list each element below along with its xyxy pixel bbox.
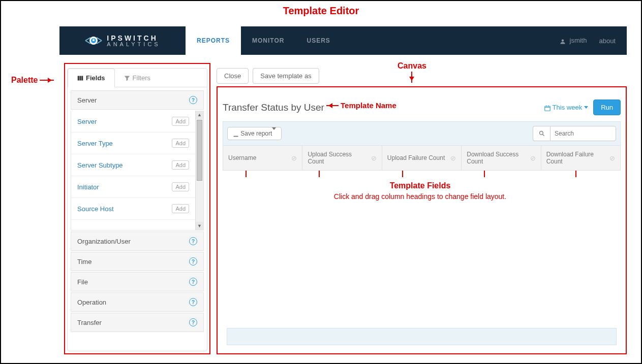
brand-line2: ANALYTICS (107, 42, 160, 47)
help-icon[interactable]: ? (189, 96, 197, 104)
column-header[interactable]: Upload Failure Count⊘ (382, 146, 462, 170)
remove-column-icon[interactable]: ⊘ (371, 154, 377, 162)
caret-down-icon (584, 106, 588, 111)
palette-item: Server TypeAdd (71, 133, 195, 154)
download-icon (233, 130, 240, 137)
palette-section-transfer[interactable]: Transfer? (71, 313, 204, 332)
svg-rect-6 (544, 106, 550, 111)
svg-rect-9 (548, 105, 549, 106)
column-header[interactable]: Download Success Count⊘ (462, 146, 541, 170)
palette-item: ServerAdd (71, 111, 195, 133)
search-button[interactable] (533, 126, 550, 141)
caret-down-icon (272, 127, 276, 139)
svg-rect-4 (80, 76, 81, 81)
tab-filters[interactable]: Filters (115, 69, 160, 87)
brand-line1: IPSWITCH (107, 35, 160, 42)
save-report-dropdown[interactable]: Save report (227, 127, 282, 140)
palette-item-link[interactable]: Initiator (77, 183, 99, 191)
search-input[interactable] (550, 126, 616, 141)
palette-section-organization-user[interactable]: Organization/User? (71, 231, 204, 251)
tab-fields[interactable]: Fields (68, 69, 115, 87)
scrollbar[interactable]: ▲▼ (195, 111, 203, 230)
save-template-as-button[interactable]: Save template as (253, 68, 319, 84)
add-button[interactable]: Add (172, 117, 189, 126)
palette-section-time[interactable]: Time? (71, 252, 204, 271)
brand-logo: IPSWITCH ANALYTICS (59, 26, 186, 55)
nav-about[interactable]: about (599, 37, 616, 45)
palette-item-link[interactable]: Source Host (77, 205, 114, 213)
columns-icon (77, 75, 83, 81)
palette-item-link[interactable]: Server Type (77, 140, 113, 147)
svg-point-10 (539, 131, 543, 135)
annotation-palette: Palette (11, 76, 54, 85)
remove-column-icon[interactable]: ⊘ (530, 154, 536, 162)
palette-item: InitiatorAdd (71, 176, 195, 198)
annotation-title: Template Editor (283, 5, 359, 17)
palette-item: Source HostAdd (71, 198, 195, 220)
nav-user[interactable]: jsmith (560, 37, 587, 44)
top-navbar: IPSWITCH ANALYTICS REPORTSMONITORUSERS j… (59, 26, 627, 55)
palette-section-operation[interactable]: Operation? (71, 292, 204, 312)
nav-tab-users[interactable]: USERS (295, 26, 341, 55)
close-button[interactable]: Close (217, 68, 249, 84)
date-range-dropdown[interactable]: This week (544, 104, 589, 111)
svg-rect-3 (78, 76, 79, 81)
palette-item: Server SubtypeAdd (71, 154, 195, 176)
palette-section-file[interactable]: File? (71, 272, 204, 291)
add-button[interactable]: Add (172, 204, 189, 213)
svg-line-11 (542, 135, 544, 136)
run-button[interactable]: Run (593, 100, 621, 115)
template-heading: Transfer Status by User (223, 102, 324, 113)
add-button[interactable]: Add (172, 160, 189, 170)
canvas-footer (227, 328, 617, 345)
nav-tab-reports[interactable]: REPORTS (186, 26, 241, 55)
help-icon[interactable]: ? (189, 257, 197, 266)
annotation-template-name: Template Name (326, 101, 396, 110)
annotation-canvas: Canvas (398, 61, 426, 83)
calendar-icon (544, 104, 551, 111)
add-button[interactable]: Add (172, 182, 189, 191)
palette-panel: Fields Filters Server?ServerAddServer Ty… (64, 63, 210, 354)
palette-item-link[interactable]: Server (77, 118, 97, 125)
palette-section-server[interactable]: Server? (71, 90, 204, 110)
annotation-template-fields: Template Fields Click and drag column he… (220, 181, 621, 201)
column-header[interactable]: Upload Success Count⊘ (302, 146, 382, 170)
filter-icon (124, 74, 130, 81)
help-icon[interactable]: ? (189, 237, 197, 245)
remove-column-icon[interactable]: ⊘ (450, 154, 456, 162)
column-header[interactable]: Username⊘ (223, 146, 302, 170)
svg-rect-5 (81, 76, 83, 81)
svg-rect-2 (93, 40, 95, 41)
brand-icon (84, 31, 103, 50)
user-icon (560, 38, 567, 44)
canvas-panel: Transfer Status by User This week Run (217, 86, 627, 354)
nav-tab-monitor[interactable]: MONITOR (241, 26, 295, 55)
palette-item-link[interactable]: Server Subtype (77, 161, 123, 169)
help-icon[interactable]: ? (189, 278, 197, 286)
add-button[interactable]: Add (172, 139, 189, 148)
svg-rect-8 (546, 105, 547, 106)
remove-column-icon[interactable]: ⊘ (609, 154, 615, 162)
column-header[interactable]: Download Failure Count⊘ (541, 146, 620, 170)
remove-column-icon[interactable]: ⊘ (291, 154, 297, 162)
help-icon[interactable]: ? (189, 318, 197, 326)
help-icon[interactable]: ? (189, 298, 197, 306)
